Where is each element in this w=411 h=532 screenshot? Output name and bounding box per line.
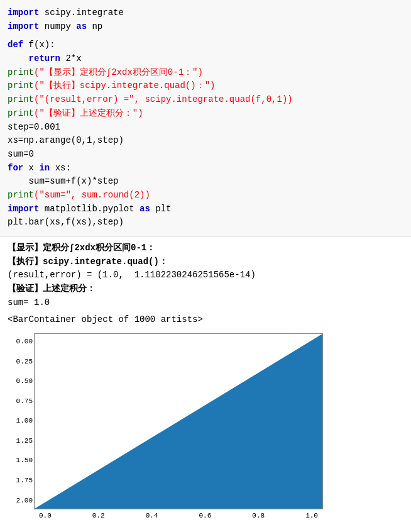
y-axis-label: 0.75 xyxy=(16,396,33,407)
code-line: xs=np.arange(0,1,step) xyxy=(8,134,403,148)
code-content: import scipy.integrateimport numpy as np… xyxy=(8,6,403,230)
code-line xyxy=(8,33,403,38)
x-axis-label: 1.0 xyxy=(305,511,318,522)
y-axis-label: 1.50 xyxy=(16,455,33,467)
y-axis-labels: 2.001.751.501.251.000.750.500.250.00 xyxy=(15,333,34,509)
output-line: 【验证】上述定积分： xyxy=(8,282,403,296)
bar-chart xyxy=(35,334,322,509)
x-axis-label: 0.4 xyxy=(146,511,158,522)
x-axis-label: 0.8 xyxy=(252,511,265,522)
x-axis-labels: 0.00.20.40.60.81.0 xyxy=(34,509,323,522)
y-axis-label: 1.75 xyxy=(16,475,33,487)
chart-area: 2.001.751.501.251.000.750.500.250.00 0.0… xyxy=(15,333,396,522)
code-line: sum=sum+f(x)*step xyxy=(8,175,403,189)
code-line: step=0.001 xyxy=(8,121,403,135)
code-line: for x in xs: xyxy=(8,162,403,175)
code-line: import matplotlib.pyplot as plt xyxy=(8,202,403,216)
code-line: import scipy.integrate xyxy=(8,6,403,20)
code-line: print("sum=", sum.round(2)) xyxy=(8,189,403,202)
y-axis-label: 0.50 xyxy=(16,376,33,387)
y-axis-label: 1.25 xyxy=(16,436,33,447)
output-line: (result,error) = (1.0, 1.110223024625156… xyxy=(8,269,403,282)
code-line: return 2*x xyxy=(8,52,403,66)
x-axis-label: 0.6 xyxy=(199,511,211,522)
output-line: 【显示】定积分∫2xdx积分区间0-1： xyxy=(8,241,403,255)
chart-container xyxy=(34,333,323,509)
code-line: def f(x): xyxy=(8,38,403,52)
output-line: 【执行】scipy.integrate.quad()： xyxy=(8,255,403,269)
output-panel: 【显示】定积分∫2xdx积分区间0-1：【执行】scipy.integrate.… xyxy=(0,236,411,532)
y-axis-label: 0.25 xyxy=(16,357,33,368)
code-line: import numpy as np xyxy=(8,20,403,34)
code-editor: import scipy.integrateimport numpy as np… xyxy=(0,0,411,236)
code-line: sum=0 xyxy=(8,148,403,162)
svg-marker-0 xyxy=(35,334,322,509)
code-line: print("【显示】定积分∫2xdx积分区间0-1：") xyxy=(8,66,403,80)
code-line: print("【验证】上述定积分：") xyxy=(8,107,403,121)
code-line: print("【执行】scipy.integrate.quad()：") xyxy=(8,79,403,93)
code-line: plt.bar(xs,f(xs),step) xyxy=(8,216,403,230)
x-axis-label: 0.2 xyxy=(92,511,105,522)
y-axis-label: 1.00 xyxy=(16,416,33,427)
x-axis-label: 0.0 xyxy=(39,511,52,522)
y-axis-label: 2.00 xyxy=(16,496,33,507)
code-line: print("(result,error) =", scipy.integrat… xyxy=(8,93,403,107)
y-axis-label: 0.00 xyxy=(16,336,33,348)
output-line: <BarContainer object of 1000 artists> xyxy=(8,313,403,327)
output-line: sum= 1.0 xyxy=(8,296,403,310)
output-content: 【显示】定积分∫2xdx积分区间0-1：【执行】scipy.integrate.… xyxy=(8,241,403,327)
